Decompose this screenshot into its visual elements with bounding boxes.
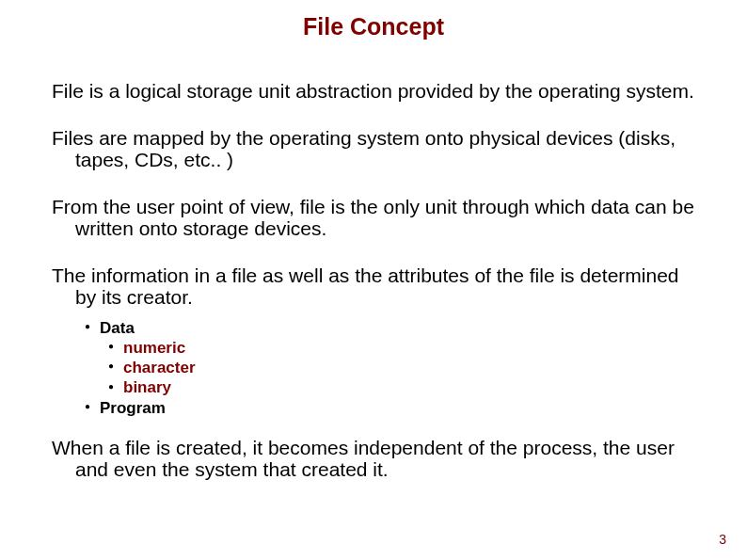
bullet-icon: ● — [85, 321, 100, 333]
bullet-label: Data — [100, 319, 135, 337]
bullet-binary: ●binary — [108, 377, 695, 397]
bullet-numeric: ●numeric — [108, 338, 695, 358]
bullet-data: ●Data — [85, 318, 695, 338]
slide: File Concept File is a logical storage u… — [0, 0, 747, 560]
bullet-icon: ● — [108, 360, 123, 373]
bullet-icon: ● — [85, 401, 100, 413]
paragraph-4: The information in a file as well as the… — [52, 264, 695, 309]
bullet-icon: ● — [108, 381, 123, 393]
slide-content: File is a logical storage unit abstracti… — [52, 80, 695, 505]
bullet-label: Program — [100, 399, 166, 417]
slide-title: File Concept — [0, 13, 747, 40]
page-number: 3 — [719, 532, 726, 547]
bullet-label: binary — [123, 378, 171, 396]
paragraph-5: When a file is created, it becomes indep… — [52, 437, 695, 481]
paragraph-2: Files are mapped by the operating system… — [52, 127, 695, 171]
bullet-label: numeric — [123, 339, 185, 357]
paragraph-3: From the user point of view, file is the… — [52, 196, 695, 240]
bullet-program: ●Program — [85, 398, 695, 418]
bullet-list: ●Data ●numeric ●character ●binary ●Progr… — [52, 318, 695, 418]
bullet-label: character — [123, 359, 196, 376]
paragraph-1: File is a logical storage unit abstracti… — [52, 80, 695, 103]
bullet-icon: ● — [108, 341, 123, 353]
bullet-character: ●character — [108, 358, 695, 377]
